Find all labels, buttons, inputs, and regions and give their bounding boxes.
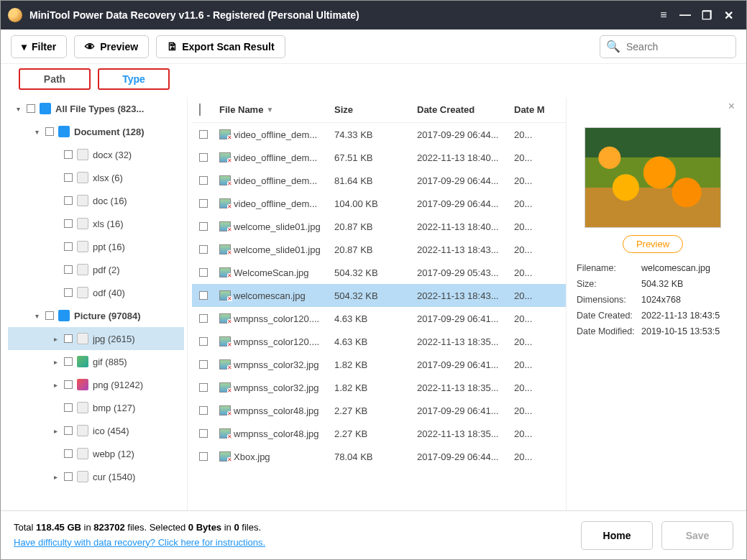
tree-checkbox[interactable]	[64, 357, 73, 366]
tree-checkbox[interactable]	[64, 449, 73, 458]
row-checkbox[interactable]	[199, 291, 208, 300]
tab-type[interactable]: Type	[98, 68, 170, 90]
caret-icon[interactable]: ▸	[51, 473, 60, 481]
row-checkbox[interactable]	[199, 360, 208, 369]
file-row[interactable]: Xbox.jpg78.04 KB2017-09-29 06:44...20...	[192, 445, 566, 468]
file-row[interactable]: welcomescan.jpg504.32 KB2022-11-13 18:43…	[192, 284, 566, 307]
search-input[interactable]	[625, 40, 730, 53]
row-checkbox[interactable]	[199, 176, 208, 185]
caret-icon[interactable]: ▸	[51, 358, 60, 366]
file-row[interactable]: welcome_slide01.jpg20.87 KB2022-11-13 18…	[192, 238, 566, 261]
tree-node[interactable]: ▾All File Types (823...	[8, 97, 184, 120]
tree-checkbox[interactable]	[45, 127, 54, 136]
col-filename[interactable]: File Name ▼	[219, 104, 334, 115]
tree-checkbox[interactable]	[64, 403, 73, 412]
tree-node[interactable]: ▸png (91242)	[8, 373, 184, 396]
tree-node[interactable]: pdf (2)	[8, 258, 184, 281]
tree-node[interactable]: docx (32)	[8, 143, 184, 166]
file-row[interactable]: wmpnss_color32.jpg1.82 KB2022-11-13 18:3…	[192, 376, 566, 399]
file-modified: 20...	[514, 313, 557, 324]
folder-icon	[77, 356, 88, 367]
caret-icon[interactable]: ▸	[51, 381, 60, 389]
tree-node[interactable]: odf (40)	[8, 281, 184, 304]
home-button[interactable]: Home	[581, 521, 653, 550]
file-row[interactable]: video_offline_dem...81.64 KB2017-09-29 0…	[192, 169, 566, 192]
tree-checkbox[interactable]	[64, 288, 73, 297]
file-row[interactable]: WelcomeScan.jpg504.32 KB2017-09-29 05:43…	[192, 261, 566, 284]
tree-node[interactable]: webp (12)	[8, 442, 184, 465]
caret-icon[interactable]: ▾	[14, 105, 22, 113]
filter-button[interactable]: ▾ Filter	[11, 35, 67, 58]
row-checkbox[interactable]	[199, 130, 208, 139]
tab-path[interactable]: Path	[19, 68, 91, 90]
row-checkbox[interactable]	[199, 245, 208, 254]
tree-node[interactable]: ppt (16)	[8, 235, 184, 258]
file-row[interactable]: wmpnss_color32.jpg1.82 KB2017-09-29 06:4…	[192, 353, 566, 376]
tree-checkbox[interactable]	[64, 426, 73, 435]
row-checkbox[interactable]	[199, 199, 208, 208]
row-checkbox[interactable]	[199, 268, 208, 277]
tree-checkbox[interactable]	[64, 242, 73, 251]
tree-checkbox[interactable]	[64, 380, 73, 389]
caret-icon[interactable]: ▸	[51, 427, 60, 435]
close-preview-icon[interactable]: ×	[728, 100, 735, 113]
col-modified[interactable]: Date M	[514, 104, 557, 115]
caret-icon[interactable]: ▾	[32, 312, 41, 320]
tree-checkbox[interactable]	[64, 196, 73, 205]
main-area: ▾All File Types (823...▾Document (128)do…	[1, 94, 746, 510]
file-created: 2017-09-29 06:44...	[417, 451, 514, 462]
minimize-icon[interactable]: —	[674, 4, 696, 26]
export-button[interactable]: 🖺 Export Scan Result	[156, 35, 285, 58]
file-row[interactable]: wmpnss_color48.jpg2.27 KB2017-09-29 06:4…	[192, 399, 566, 422]
col-size[interactable]: Size	[334, 104, 417, 115]
tree-node[interactable]: doc (16)	[8, 189, 184, 212]
select-all-checkbox[interactable]	[199, 104, 201, 116]
file-row[interactable]: wmpnss_color120....4.63 KB2017-09-29 06:…	[192, 307, 566, 330]
caret-icon[interactable]: ▸	[51, 335, 60, 343]
file-row[interactable]: video_offline_dem...67.51 KB2022-11-13 1…	[192, 146, 566, 169]
row-checkbox[interactable]	[199, 337, 208, 346]
row-checkbox[interactable]	[199, 452, 208, 461]
row-checkbox[interactable]	[199, 429, 208, 438]
tree-node[interactable]: ▸jpg (2615)	[8, 327, 184, 350]
menu-icon[interactable]: ≡	[653, 4, 674, 26]
tree-node[interactable]: ▸cur (1540)	[8, 465, 184, 488]
file-row[interactable]: video_offline_dem...104.00 KB2017-09-29 …	[192, 192, 566, 215]
search-box[interactable]: 🔍	[600, 35, 736, 58]
tree-checkbox[interactable]	[64, 472, 73, 481]
tree-node[interactable]: bmp (127)	[8, 396, 184, 419]
sidebar-tree[interactable]: ▾All File Types (823...▾Document (128)do…	[8, 97, 188, 510]
tree-node[interactable]: ▸ico (454)	[8, 419, 184, 442]
row-checkbox[interactable]	[199, 406, 208, 415]
preview-open-button[interactable]: Preview	[623, 235, 683, 253]
save-button[interactable]: Save	[661, 521, 733, 550]
help-link[interactable]: Have difficulty with data recovery? Clic…	[14, 536, 265, 551]
tree-node[interactable]: ▾Document (128)	[8, 120, 184, 143]
file-row[interactable]: video_offline_dem...74.33 KB2017-09-29 0…	[192, 123, 566, 146]
tree-checkbox[interactable]	[64, 150, 73, 159]
caret-icon[interactable]: ▾	[32, 128, 41, 136]
col-created[interactable]: Date Created	[417, 104, 514, 115]
tree-checkbox[interactable]	[64, 219, 73, 228]
tree-node[interactable]: ▸gif (885)	[8, 350, 184, 373]
tree-checkbox[interactable]	[64, 334, 73, 343]
tree-node[interactable]: xlsx (6)	[8, 166, 184, 189]
row-checkbox[interactable]	[199, 153, 208, 162]
row-checkbox[interactable]	[199, 222, 208, 231]
tree-checkbox[interactable]	[64, 265, 73, 274]
tree-checkbox[interactable]	[45, 311, 54, 320]
close-icon[interactable]: ✕	[718, 4, 739, 26]
file-row[interactable]: welcome_slide01.jpg20.87 KB2022-11-13 18…	[192, 215, 566, 238]
file-rows[interactable]: video_offline_dem...74.33 KB2017-09-29 0…	[192, 123, 566, 510]
file-row[interactable]: wmpnss_color120....4.63 KB2022-11-13 18:…	[192, 330, 566, 353]
row-checkbox[interactable]	[199, 314, 208, 323]
tree-checkbox[interactable]	[27, 104, 35, 113]
preview-button[interactable]: 👁 Preview	[74, 35, 149, 58]
tree-node[interactable]: xls (16)	[8, 212, 184, 235]
maximize-icon[interactable]: ❐	[696, 4, 718, 26]
file-created: 2022-11-13 18:35...	[417, 336, 514, 347]
file-row[interactable]: wmpnss_color48.jpg2.27 KB2022-11-13 18:3…	[192, 422, 566, 445]
tree-node[interactable]: ▾Picture (97084)	[8, 304, 184, 327]
row-checkbox[interactable]	[199, 383, 208, 392]
tree-checkbox[interactable]	[64, 173, 73, 182]
